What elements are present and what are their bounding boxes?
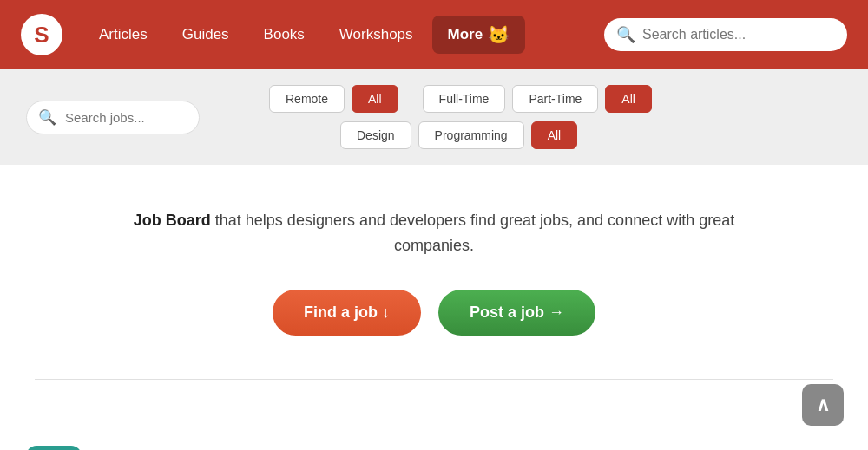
filter-row-1: Remote All Full-Time Part-Time All bbox=[269, 85, 652, 113]
logo-icon: S bbox=[21, 14, 62, 55]
header-search-input[interactable] bbox=[604, 18, 847, 51]
filter-programming[interactable]: Programming bbox=[418, 121, 524, 149]
job-search-wrap: 🔍 bbox=[26, 101, 200, 134]
filter-fulltime[interactable]: Full-Time bbox=[423, 85, 506, 113]
nav-books[interactable]: Books bbox=[248, 19, 320, 50]
tagline-rest: that helps designers and developers find… bbox=[211, 212, 734, 254]
filter-row-2: Design Programming All bbox=[340, 121, 652, 149]
job-search-icon: 🔍 bbox=[38, 108, 56, 127]
post-job-button[interactable]: Post a job → bbox=[438, 290, 595, 336]
tagline: Job Board that helps designers and devel… bbox=[130, 208, 738, 258]
cta-buttons: Find a job ↓ Post a job → bbox=[17, 290, 851, 336]
filter-design[interactable]: Design bbox=[340, 121, 411, 149]
tagline-bold: Job Board bbox=[134, 212, 211, 229]
header-search-wrap: 🔍 bbox=[604, 18, 847, 51]
filter-groups: Remote All Full-Time Part-Time All Desig… bbox=[269, 85, 652, 149]
filter-parttime[interactable]: Part-Time bbox=[512, 85, 598, 113]
filter-all-2[interactable]: All bbox=[605, 85, 652, 113]
nav-workshops[interactable]: Workshops bbox=[324, 19, 429, 50]
filter-bar: 🔍 Remote All Full-Time Part-Time All Des… bbox=[0, 69, 868, 165]
filter-all-3[interactable]: All bbox=[531, 121, 578, 149]
divider bbox=[35, 379, 833, 380]
filter-remote[interactable]: Remote bbox=[269, 85, 345, 113]
company-logo: S bbox=[26, 446, 82, 450]
main-nav: Articles Guides Books Workshops More 🐱 bbox=[83, 16, 604, 54]
main-content: Job Board that helps designers and devel… bbox=[0, 165, 868, 432]
header-search-icon: 🔍 bbox=[616, 25, 635, 44]
nav-guides[interactable]: Guides bbox=[167, 19, 245, 50]
logo[interactable]: S bbox=[21, 14, 62, 55]
main-header: S Articles Guides Books Workshops More 🐱… bbox=[0, 0, 868, 69]
nav-articles[interactable]: Articles bbox=[83, 19, 163, 50]
find-job-button[interactable]: Find a job ↓ bbox=[273, 290, 421, 336]
scroll-top-button[interactable]: ∧ bbox=[802, 384, 844, 426]
cat-icon: 🐱 bbox=[488, 24, 510, 45]
job-listing-preview[interactable]: S Senior Interactive Designer for Social… bbox=[0, 432, 868, 450]
filter-all-1[interactable]: All bbox=[352, 85, 398, 113]
nav-more-button[interactable]: More 🐱 bbox=[432, 16, 526, 54]
